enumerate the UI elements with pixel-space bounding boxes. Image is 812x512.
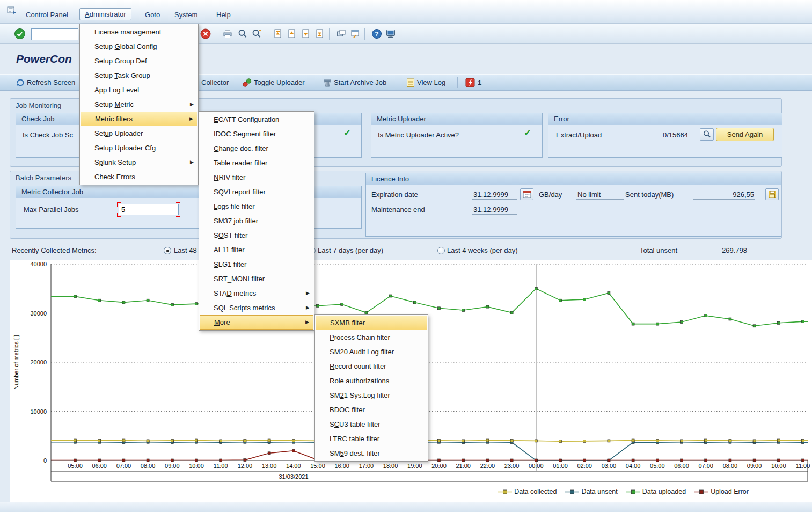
menu-item-setup-metric[interactable]: Setup Metric bbox=[81, 97, 197, 112]
svg-text:40000: 40000 bbox=[30, 261, 47, 267]
command-input[interactable] bbox=[31, 28, 78, 40]
legend-marker-icon bbox=[565, 489, 579, 495]
menu-item-check-errors[interactable]: Check Errors bbox=[81, 170, 197, 184]
submenu-arrow-icon bbox=[189, 112, 193, 126]
svg-text:20000: 20000 bbox=[30, 359, 47, 365]
radio-last-4-weeks[interactable] bbox=[437, 247, 445, 254]
submenu-item-sm37-job-filter[interactable]: SM37 job filter bbox=[200, 214, 313, 228]
submenu-item-ecatt-configuration[interactable]: ECATT Configuration bbox=[200, 112, 313, 127]
menubar-item-control-panel[interactable]: Control Panel bbox=[21, 9, 73, 20]
error-flag-count[interactable]: 1 bbox=[478, 78, 481, 86]
submenu-item-slg1-filter[interactable]: SLG1 filter bbox=[200, 257, 313, 272]
last-page-icon[interactable] bbox=[314, 28, 326, 40]
more-item-process-chain-filter[interactable]: Process Chain filter bbox=[316, 330, 427, 345]
collector-button-fragment[interactable]: Collector bbox=[201, 78, 229, 86]
start-archive-job-button[interactable]: Start Archive Job bbox=[334, 78, 386, 86]
create-shortcut-icon[interactable] bbox=[349, 28, 361, 40]
more-item-sxmb-filter[interactable]: SXMB filter bbox=[316, 316, 427, 330]
toggle-uploader-button[interactable]: Toggle Uploader bbox=[254, 78, 305, 86]
selected-field-frame bbox=[117, 202, 180, 217]
svg-text:15:00: 15:00 bbox=[310, 463, 325, 469]
submenu-arrow-icon bbox=[306, 301, 310, 315]
error-panel: Error Extract/Upload 0/15664 Send Again bbox=[548, 113, 782, 158]
menu-item-license-management[interactable]: License management bbox=[81, 25, 197, 39]
more-item-scu3-table-filter[interactable]: SCU3 table filter bbox=[316, 417, 427, 431]
menu-item-setup-uploader-cfg[interactable]: Setup Uploader Cfg bbox=[81, 141, 197, 155]
layout-monitor-icon[interactable] bbox=[385, 28, 397, 40]
svg-text:09:00: 09:00 bbox=[165, 463, 180, 469]
menu-item-setup-group-def[interactable]: Setup Group Def bbox=[81, 54, 197, 68]
submenu-item-sql-scripts-metrics[interactable]: SQL Scripts metrics bbox=[200, 301, 313, 315]
menubar-item-help[interactable]: Help bbox=[211, 9, 236, 20]
more-item-sm21-sys-log-filter[interactable]: SM21 Sys.Log filter bbox=[316, 388, 427, 403]
find-icon[interactable] bbox=[237, 28, 248, 40]
submenu-arrow-icon bbox=[305, 316, 309, 329]
submenu-item-table-reader-filter[interactable]: Table reader filter bbox=[200, 156, 313, 170]
cancel-icon[interactable] bbox=[200, 28, 211, 40]
legend-label: Upload Error bbox=[711, 488, 749, 495]
menu-item-setup-global-config[interactable]: Setup Global Config bbox=[81, 39, 197, 54]
panel-header: Error bbox=[548, 113, 782, 125]
more-item-bdoc-filter[interactable]: BDOC filter bbox=[316, 403, 427, 417]
menubar-item-system[interactable]: System bbox=[170, 9, 202, 20]
find-next-icon[interactable] bbox=[251, 28, 262, 40]
recently-collected-label: Recently Collected Metrics: bbox=[12, 246, 97, 254]
first-page-icon[interactable] bbox=[272, 28, 284, 40]
more-item-ltrc-table-filter[interactable]: LTRC table filter bbox=[316, 431, 427, 446]
menu-item-setup-task-group[interactable]: Setup Task Group bbox=[81, 68, 197, 83]
submenu-item-sost-filter[interactable]: SOST filter bbox=[200, 228, 313, 243]
menu-item-setup-uploader[interactable]: Setup Uploader bbox=[81, 126, 197, 141]
submenu-item-stad-metrics[interactable]: STAD metrics bbox=[200, 286, 313, 301]
menubar-item-administrator[interactable]: Administrator bbox=[79, 8, 131, 20]
print-icon[interactable] bbox=[222, 28, 233, 40]
check-job-question: Is Check Job Sc bbox=[23, 131, 73, 139]
menu-item-metric-filters[interactable]: Metric filters bbox=[81, 112, 197, 126]
svg-text:11:00: 11:00 bbox=[214, 463, 228, 469]
menu-item-app-log-level[interactable]: App Log Level bbox=[81, 83, 197, 97]
max-parallel-jobs-input[interactable] bbox=[119, 204, 179, 215]
submenu-item-more[interactable]: More bbox=[200, 315, 313, 330]
submenu-item-idoc-segment-filter[interactable]: IDOC Segment filter bbox=[200, 127, 313, 141]
submenu-item-sqvi-report-filter[interactable]: SQVI report filter bbox=[200, 185, 313, 199]
menubar-item-goto[interactable]: Goto bbox=[140, 9, 165, 20]
calendar-button[interactable] bbox=[520, 188, 533, 200]
maintenance-end-value: 31.12.9999 bbox=[472, 206, 517, 215]
help-icon[interactable]: ? bbox=[371, 28, 383, 40]
svg-text:13:00: 13:00 bbox=[262, 463, 277, 469]
radio-last-48h[interactable] bbox=[164, 247, 171, 254]
svg-text:05:00: 05:00 bbox=[650, 463, 665, 469]
radio-last-4-weeks-label: Last 4 weeks (per day) bbox=[447, 246, 518, 254]
submenu-item-srt-moni-filter[interactable]: SRT_MONI filter bbox=[200, 272, 313, 286]
more-item-sm59-dest-filter[interactable]: SM59 dest. filter bbox=[316, 446, 427, 460]
svg-text:09:00: 09:00 bbox=[747, 463, 762, 469]
svg-text:02:00: 02:00 bbox=[577, 463, 592, 469]
more-item-role-authorizations[interactable]: Role authorizations bbox=[316, 374, 427, 388]
toolbar-separator bbox=[329, 28, 330, 40]
view-log-button[interactable]: View Log bbox=[417, 78, 445, 86]
extract-upload-label: Extract/Upload bbox=[556, 131, 602, 139]
view-log-icon bbox=[405, 77, 416, 90]
radio-last-7-days-label: Last 7 days (per day) bbox=[318, 246, 383, 254]
error-flag-icon[interactable] bbox=[465, 77, 476, 90]
submenu-item-nriv-filter[interactable]: NRIV filter bbox=[200, 170, 313, 185]
svg-text:11:00: 11:00 bbox=[796, 463, 810, 469]
submenu-item-logs-file-filter[interactable]: Logs file filter bbox=[200, 199, 313, 214]
export-button[interactable] bbox=[765, 188, 779, 200]
legend-label: Data collected bbox=[514, 488, 557, 495]
sent-today-label: Sent today(MB) bbox=[625, 191, 674, 199]
submenu-item-change-doc-filter[interactable]: Change doc. filter bbox=[200, 141, 313, 156]
next-page-icon[interactable] bbox=[300, 28, 312, 40]
submenu-item-al11-filter[interactable]: AL11 filter bbox=[200, 243, 313, 257]
sap-window: Control PanelAdministratorGotoSystemHelp… bbox=[0, 0, 812, 512]
system-menu-icon[interactable] bbox=[6, 5, 17, 17]
menu-item-splunk-setup[interactable]: Splunk Setup bbox=[81, 155, 197, 170]
error-detail-button[interactable] bbox=[700, 128, 714, 141]
refresh-screen-button[interactable]: Refresh Screen bbox=[27, 78, 75, 86]
more-item-sm20-audit-log-filter[interactable]: SM20 Audit Log filter bbox=[316, 345, 427, 359]
metric-filters-submenu: ECATT ConfigurationIDOC Segment filterCh… bbox=[199, 111, 314, 331]
previous-page-icon[interactable] bbox=[286, 28, 298, 40]
new-session-icon[interactable] bbox=[335, 28, 347, 40]
continue-icon[interactable] bbox=[14, 28, 26, 40]
more-item-record-count-filter[interactable]: Record count filter bbox=[316, 359, 427, 374]
send-again-button[interactable]: Send Again bbox=[716, 128, 774, 141]
